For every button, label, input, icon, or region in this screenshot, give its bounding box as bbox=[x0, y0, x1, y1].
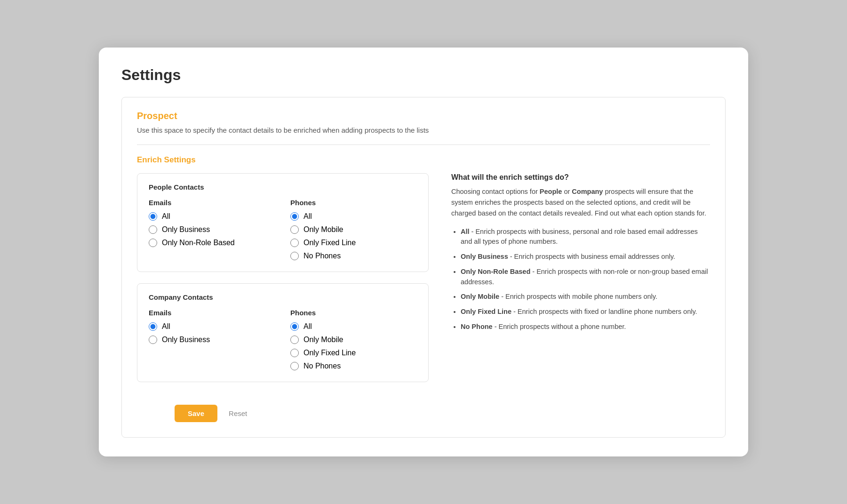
people-contacts-box: People Contacts Emails All bbox=[137, 173, 429, 272]
radio-label: Only Fixed Line bbox=[304, 239, 356, 247]
company-emails-title: Emails bbox=[149, 309, 275, 317]
radio-label: Only Business bbox=[162, 225, 210, 234]
company-contacts-title: Company Contacts bbox=[149, 293, 417, 301]
info-list-item: Only Business - Enrich prospects with bu… bbox=[461, 252, 710, 262]
radio-label: Only Fixed Line bbox=[304, 349, 356, 357]
enrich-body: People Contacts Emails All bbox=[137, 173, 710, 422]
enrich-info-panel: What will the enrich settings do? Choosi… bbox=[444, 173, 710, 422]
radio-label: Only Mobile bbox=[304, 225, 343, 234]
info-list-item: Only Fixed Line - Enrich prospects with … bbox=[461, 307, 710, 317]
info-list-item: All - Enrich prospects with business, pe… bbox=[461, 227, 710, 248]
info-list-item: No Phone - Enrich prospects without a ph… bbox=[461, 322, 710, 332]
prospect-desc: Use this space to specify the contact de… bbox=[137, 126, 710, 134]
radio-people-email-all[interactable]: All bbox=[149, 212, 275, 221]
company-phones-col: Phones All Only Mobile bbox=[290, 309, 417, 370]
people-phones-group: All Only Mobile Only Fixed Line bbox=[290, 212, 417, 260]
radio-label: Only Non-Role Based bbox=[162, 239, 235, 247]
radio-people-phone-none[interactable]: No Phones bbox=[290, 252, 417, 260]
enrich-left: People Contacts Emails All bbox=[137, 173, 429, 422]
people-contacts-columns: Emails All Only Business bbox=[149, 199, 417, 260]
info-list-item: Only Non-Role Based - Enrich prospects w… bbox=[461, 267, 710, 288]
people-emails-col: Emails All Only Business bbox=[149, 199, 275, 260]
info-bold-people: People bbox=[540, 188, 562, 195]
company-contacts-columns: Emails All Only Business bbox=[149, 309, 417, 370]
divider bbox=[137, 144, 710, 145]
settings-modal: Settings Prospect Use this space to spec… bbox=[99, 48, 748, 456]
form-actions: Save Reset bbox=[137, 405, 429, 422]
radio-company-phone-fixed[interactable]: Only Fixed Line bbox=[290, 349, 417, 357]
reset-button[interactable]: Reset bbox=[225, 405, 251, 422]
info-title: What will the enrich settings do? bbox=[451, 173, 710, 182]
company-phones-group: All Only Mobile Only Fixed Line bbox=[290, 322, 417, 370]
radio-people-email-nonrole[interactable]: Only Non-Role Based bbox=[149, 239, 275, 247]
radio-company-email-all[interactable]: All bbox=[149, 322, 275, 331]
radio-company-phone-all[interactable]: All bbox=[290, 322, 417, 331]
radio-label: Only Business bbox=[162, 336, 210, 344]
prospect-label: Prospect bbox=[137, 111, 710, 121]
people-emails-group: All Only Business Only Non-Role Based bbox=[149, 212, 275, 247]
radio-label: All bbox=[162, 322, 170, 331]
company-phones-title: Phones bbox=[290, 309, 417, 317]
radio-label: No Phones bbox=[304, 252, 341, 260]
radio-people-phone-fixed[interactable]: Only Fixed Line bbox=[290, 239, 417, 247]
people-contacts-title: People Contacts bbox=[149, 183, 417, 191]
info-bold-company: Company bbox=[572, 188, 603, 195]
radio-company-email-business[interactable]: Only Business bbox=[149, 336, 275, 344]
radio-label: All bbox=[304, 322, 312, 331]
people-phones-title: Phones bbox=[290, 199, 417, 207]
company-emails-group: All Only Business bbox=[149, 322, 275, 344]
radio-people-phone-all[interactable]: All bbox=[290, 212, 417, 221]
people-phones-col: Phones All Only Mobile bbox=[290, 199, 417, 260]
radio-label: Only Mobile bbox=[304, 336, 343, 344]
people-emails-title: Emails bbox=[149, 199, 275, 207]
enrich-settings-label: Enrich Settings bbox=[137, 155, 710, 165]
radio-company-phone-none[interactable]: No Phones bbox=[290, 362, 417, 370]
radio-people-phone-mobile[interactable]: Only Mobile bbox=[290, 225, 417, 234]
radio-label: All bbox=[162, 212, 170, 221]
save-button[interactable]: Save bbox=[175, 405, 217, 422]
info-list-item: Only Mobile - Enrich prospects with mobi… bbox=[461, 292, 710, 302]
radio-company-phone-mobile[interactable]: Only Mobile bbox=[290, 336, 417, 344]
company-emails-col: Emails All Only Business bbox=[149, 309, 275, 370]
radio-label: All bbox=[304, 212, 312, 221]
info-list: All - Enrich prospects with business, pe… bbox=[451, 227, 710, 332]
info-desc: Choosing contact options for People or C… bbox=[451, 186, 710, 219]
prospect-card: Prospect Use this space to specify the c… bbox=[121, 97, 726, 438]
company-contacts-box: Company Contacts Emails All bbox=[137, 283, 429, 382]
radio-label: No Phones bbox=[304, 362, 341, 370]
page-title: Settings bbox=[121, 66, 726, 84]
radio-people-email-business[interactable]: Only Business bbox=[149, 225, 275, 234]
